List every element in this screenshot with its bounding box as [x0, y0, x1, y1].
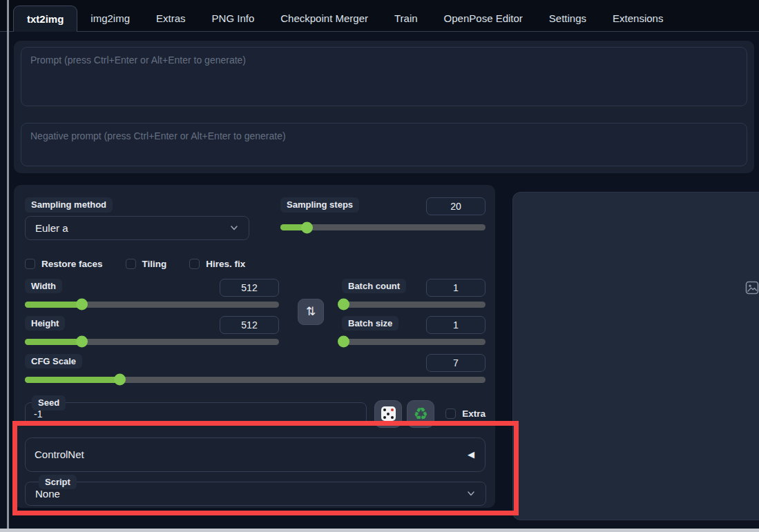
collapse-triangle-icon: ◀ — [468, 449, 474, 460]
prompt-input[interactable] — [21, 47, 747, 106]
restore-faces-label: Restore faces — [41, 259, 103, 269]
random-seed-button[interactable] — [374, 400, 402, 428]
tab-png-info[interactable]: PNG Info — [199, 6, 268, 31]
seed-label: Seed — [32, 395, 66, 411]
height-label: Height — [25, 316, 65, 331]
tab-extras[interactable]: Extras — [143, 6, 199, 31]
app-window: txt2img img2img Extras PNG Info Checkpoi… — [0, 0, 759, 532]
cfg-scale-slider-thumb[interactable] — [114, 374, 126, 386]
tab-openpose-editor[interactable]: OpenPose Editor — [431, 6, 536, 31]
sampling-method-label: Sampling method — [25, 197, 113, 213]
script-dropdown[interactable]: None — [25, 482, 486, 506]
chevron-down-icon — [466, 489, 476, 498]
cfg-scale-control: CFG Scale — [25, 354, 486, 383]
sampling-section: Sampling method Euler a Sampling steps — [25, 197, 486, 240]
height-slider-thumb[interactable] — [76, 336, 88, 348]
batch-size-slider-thumb[interactable] — [338, 336, 349, 348]
tab-train[interactable]: Train — [381, 6, 431, 31]
sampling-method-value: Euler a — [35, 222, 68, 234]
batch-count-slider-thumb[interactable] — [338, 299, 349, 311]
seed-input[interactable] — [25, 402, 367, 425]
batch-count-input[interactable] — [426, 279, 486, 297]
reuse-seed-button[interactable]: ♻ — [407, 400, 434, 428]
dice-icon — [381, 406, 396, 421]
height-slider[interactable] — [25, 339, 279, 345]
seed-extra-checkbox[interactable] — [445, 408, 456, 419]
swap-arrows-icon: ⇅ — [306, 304, 316, 319]
sampling-steps-label: Sampling steps — [280, 197, 359, 213]
cfg-scale-slider[interactable] — [25, 377, 486, 383]
tab-extensions[interactable]: Extensions — [599, 6, 676, 31]
batch-size-control: Batch size — [342, 316, 486, 345]
seed-extra-label: Extra — [462, 408, 486, 419]
script-value: None — [35, 488, 60, 500]
feature-toggles-row: Restore faces Tiling Hires. fix — [25, 259, 486, 269]
sampling-method-dropdown[interactable]: Euler a — [25, 216, 249, 240]
cfg-scale-input[interactable] — [426, 354, 486, 372]
sampling-steps-slider[interactable] — [280, 224, 486, 230]
sampling-steps-input[interactable] — [426, 197, 486, 215]
image-placeholder-icon — [745, 281, 759, 295]
batch-size-label: Batch size — [342, 316, 398, 331]
tab-checkpoint-merger[interactable]: Checkpoint Merger — [267, 6, 381, 31]
window-left-edge — [7, 0, 9, 532]
prompt-card — [14, 41, 754, 173]
width-input[interactable] — [220, 279, 279, 297]
settings-row: Sampling method Euler a Sampling steps — [14, 185, 759, 520]
batch-count-label: Batch count — [342, 279, 406, 294]
window-bottom-edge — [0, 529, 759, 532]
output-image-panel — [512, 192, 759, 520]
tab-img2img[interactable]: img2img — [77, 6, 143, 31]
restore-faces-checkbox[interactable] — [25, 259, 35, 269]
batch-count-slider[interactable] — [342, 302, 486, 308]
width-control: Width — [25, 279, 279, 308]
width-label: Width — [25, 279, 62, 294]
generation-settings-card: Sampling method Euler a Sampling steps — [14, 185, 495, 508]
hires-fix-label: Hires. fix — [206, 259, 245, 269]
recycle-icon: ♻ — [413, 406, 428, 422]
controlnet-accordion-header[interactable]: ControlNet ◀ — [25, 437, 486, 472]
script-label: Script — [39, 475, 77, 490]
cfg-scale-label: CFG Scale — [25, 354, 82, 369]
height-input[interactable] — [220, 316, 279, 334]
width-slider-thumb[interactable] — [76, 299, 88, 311]
sampling-steps-slider-thumb[interactable] — [301, 221, 313, 233]
controlnet-title: ControlNet — [35, 449, 84, 460]
script-section: Script None — [25, 482, 486, 506]
tiling-checkbox[interactable] — [126, 259, 136, 269]
swap-width-height-button[interactable]: ⇅ — [298, 299, 324, 325]
tiling-label: Tiling — [142, 259, 167, 269]
batch-count-control: Batch count — [342, 279, 486, 308]
height-control: Height — [25, 316, 279, 345]
negative-prompt-input[interactable] — [21, 123, 747, 166]
width-slider[interactable] — [25, 302, 279, 308]
tab-settings[interactable]: Settings — [536, 6, 599, 31]
seed-section: Seed ♻ Extra — [25, 400, 486, 428]
chevron-down-icon — [229, 223, 239, 233]
tab-txt2img[interactable]: txt2img — [13, 6, 77, 32]
main-tab-bar: txt2img img2img Extras PNG Info Checkpoi… — [0, 0, 759, 32]
hires-fix-checkbox[interactable] — [189, 259, 200, 269]
batch-size-slider[interactable] — [342, 339, 486, 345]
dimensions-batch-section: Width Height — [25, 279, 486, 345]
batch-size-input[interactable] — [426, 316, 486, 334]
